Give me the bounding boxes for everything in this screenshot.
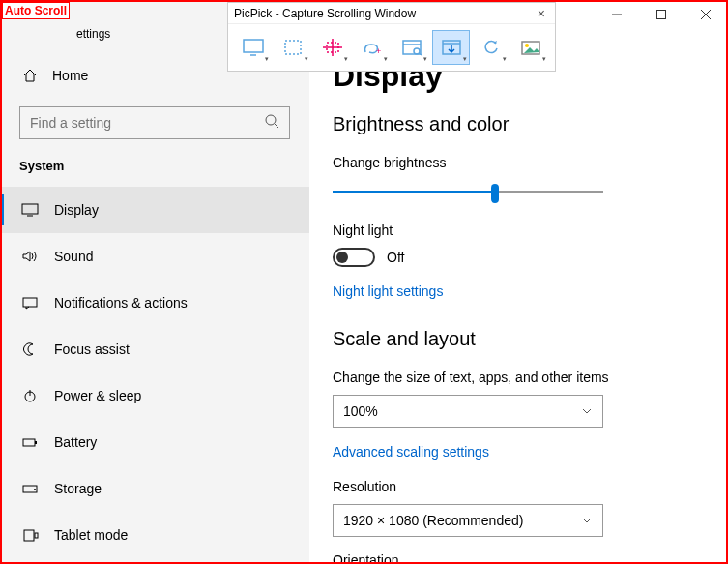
picpick-close-button[interactable]: × xyxy=(534,6,549,21)
sidebar-item-label: Storage xyxy=(54,481,102,496)
slider-thumb[interactable] xyxy=(491,184,499,203)
power-icon xyxy=(19,389,41,402)
change-brightness-label: Change brightness xyxy=(333,155,728,170)
sidebar-item-display[interactable]: Display xyxy=(0,187,309,233)
sidebar-item-label: Notifications & actions xyxy=(54,295,188,311)
svg-rect-19 xyxy=(285,41,301,54)
notifications-icon xyxy=(19,296,41,310)
home-icon xyxy=(19,68,41,83)
content-panel: Display Brightness and color Change brig… xyxy=(309,0,728,564)
pp-freehand-tool[interactable]: +▾ xyxy=(353,30,391,65)
pp-image-tool[interactable]: ▾ xyxy=(511,30,549,65)
battery-icon xyxy=(19,435,41,449)
svg-rect-12 xyxy=(35,533,38,538)
svg-rect-8 xyxy=(35,441,37,444)
sidebar-item-sound[interactable]: Sound xyxy=(0,233,309,280)
sidebar-item-power-sleep[interactable]: Power & sleep xyxy=(0,372,309,419)
resolution-value: 1920 × 1080 (Recommended) xyxy=(343,513,523,528)
sidebar-item-storage[interactable]: Storage xyxy=(0,465,309,512)
text-size-label: Change the size of text, apps, and other… xyxy=(333,370,728,385)
maximize-button[interactable] xyxy=(639,0,684,29)
search-input-box[interactable] xyxy=(19,106,290,139)
svg-rect-4 xyxy=(23,298,37,307)
storage-icon xyxy=(19,482,41,495)
svg-rect-24 xyxy=(403,41,421,54)
night-light-settings-link[interactable]: Night light settings xyxy=(333,283,443,299)
night-light-toggle[interactable] xyxy=(333,248,375,267)
resolution-label: Resolution xyxy=(333,479,728,494)
search-icon xyxy=(264,113,279,133)
pp-region-tool[interactable]: ▾ xyxy=(274,30,311,65)
chevron-down-icon xyxy=(581,405,593,417)
search-input[interactable] xyxy=(30,115,264,131)
toggle-state-label: Off xyxy=(387,250,404,265)
svg-rect-7 xyxy=(23,439,35,446)
sidebar-item-battery[interactable]: Battery xyxy=(0,419,309,465)
sidebar-item-tablet-mode[interactable]: Tablet mode xyxy=(0,512,309,558)
minimize-button[interactable] xyxy=(595,0,639,29)
night-light-label: Night light xyxy=(333,223,728,238)
brightness-slider[interactable] xyxy=(333,180,603,203)
svg-rect-2 xyxy=(22,204,38,214)
resolution-dropdown[interactable]: 1920 × 1080 (Recommended) xyxy=(333,504,603,537)
brightness-heading: Brightness and color xyxy=(333,113,728,135)
svg-text:+: + xyxy=(376,46,381,56)
orientation-label: Orientation xyxy=(333,552,728,564)
sidebar-item-label: Sound xyxy=(54,249,93,264)
sidebar-item-label: Focus assist xyxy=(54,341,130,357)
sidebar-item-label: Power & sleep xyxy=(54,388,141,403)
auto-scroll-overlay-label: Auto Scroll xyxy=(2,2,70,19)
sidebar-item-label: Display xyxy=(54,202,99,218)
picpick-toolbar: PicPick - Capture Scrolling Window × ▾ ▾… xyxy=(227,2,556,72)
sidebar-item-label: Tablet mode xyxy=(54,527,128,543)
focus-assist-icon xyxy=(19,342,41,356)
advanced-scaling-link[interactable]: Advanced scaling settings xyxy=(333,444,489,460)
svg-rect-11 xyxy=(24,530,34,541)
pp-scrolling-window-tool[interactable]: ▾ xyxy=(432,30,470,65)
pp-window-tool[interactable]: ▾ xyxy=(393,30,430,65)
pp-fixed-region-tool[interactable]: ▾ xyxy=(313,30,351,65)
svg-point-31 xyxy=(525,44,529,47)
home-label: Home xyxy=(52,68,88,83)
scale-value: 100% xyxy=(343,403,378,419)
pp-fullscreen-tool[interactable]: ▾ xyxy=(234,30,272,65)
sidebar-item-focus-assist[interactable]: Focus assist xyxy=(0,326,309,372)
close-button[interactable] xyxy=(684,0,728,29)
svg-line-1 xyxy=(275,124,278,128)
sidebar-item-label: Battery xyxy=(54,434,97,450)
svg-rect-17 xyxy=(244,40,263,52)
sidebar-section-title: System xyxy=(0,159,309,187)
svg-point-0 xyxy=(266,115,276,125)
pp-repeat-tool[interactable]: ▾ xyxy=(472,30,510,65)
svg-rect-14 xyxy=(657,11,666,19)
picpick-title: PicPick - Capture Scrolling Window xyxy=(234,7,534,20)
chevron-down-icon xyxy=(581,515,593,526)
sound-icon xyxy=(19,250,41,263)
sidebar-item-notifications[interactable]: Notifications & actions xyxy=(0,280,309,326)
svg-point-10 xyxy=(34,489,36,490)
sidebar: ettings Home System Display Sound Notifi… xyxy=(0,0,309,564)
scale-dropdown[interactable]: 100% xyxy=(333,395,603,428)
scale-heading: Scale and layout xyxy=(333,328,728,350)
window-controls xyxy=(595,0,728,29)
tablet-icon xyxy=(19,528,41,542)
display-icon xyxy=(19,203,41,217)
